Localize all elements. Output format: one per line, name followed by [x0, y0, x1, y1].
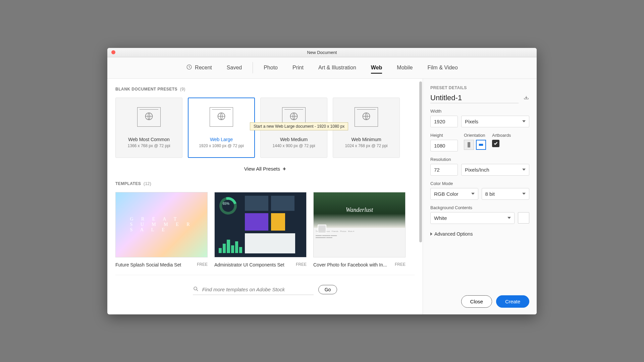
preset-name: Web Large	[210, 137, 233, 142]
template-grid: G R E A TS U M M E RS A L E Future Splas…	[115, 192, 415, 267]
bit-depth-select[interactable]: 8 bit	[482, 188, 530, 200]
chevron-down-icon	[507, 217, 511, 219]
preset-web-large[interactable]: Web Large 644 x 362 px @ 72 ppi	[188, 98, 255, 158]
create-button[interactable]: Create	[496, 295, 529, 308]
preset-tooltip: Start a new Web Large document - 1920 x …	[250, 122, 348, 130]
chevron-down-icon	[522, 169, 526, 171]
new-document-dialog: New Document Recent Saved Photo Print Ar…	[107, 48, 537, 314]
template-future-splash[interactable]: G R E A TS U M M E RS A L E Future Splas…	[115, 192, 208, 267]
height-label: Height	[430, 133, 458, 138]
tab-print[interactable]: Print	[285, 57, 311, 78]
search-field[interactable]	[193, 285, 314, 295]
template-admin-ui[interactable]: 65% Administrator UI Components Set FREE	[214, 192, 307, 267]
units-select[interactable]: Pixels	[461, 116, 529, 127]
search-row: Go	[115, 275, 415, 301]
globe-icon	[289, 112, 299, 122]
preset-details-panel: PRESET DETAILS Untitled-1 Width 1920 Pix…	[423, 79, 537, 314]
presets-heading: BLANK DOCUMENT PRESETS (9)	[115, 87, 415, 92]
preset-name: Web Most Common	[128, 137, 169, 142]
tab-recent-label: Recent	[195, 65, 212, 71]
template-thumbnail: Wanderlust Timeline About Friends Photos…	[313, 192, 406, 257]
width-label: Width	[430, 109, 529, 114]
artboards-label: Artboards	[492, 133, 511, 138]
template-name: Future Splash Social Media Set	[115, 262, 194, 267]
view-all-presets-button[interactable]: View All Presets +	[115, 166, 415, 172]
tab-web[interactable]: Web	[364, 57, 389, 78]
resolution-label: Resolution	[430, 157, 529, 162]
document-icon	[210, 107, 233, 127]
preset-name: Web Medium	[280, 137, 308, 142]
chevron-right-icon	[430, 232, 432, 236]
template-thumbnail: G R E A TS U M M E RS A L E	[115, 192, 208, 257]
artboards-checkbox[interactable]	[492, 140, 499, 147]
preset-dimensions: 644 x 362 px @ 72 ppi	[199, 143, 244, 148]
tab-photo[interactable]: Photo	[256, 57, 285, 78]
tab-saved[interactable]: Saved	[219, 57, 249, 78]
height-input[interactable]: 1080	[430, 140, 458, 152]
svg-point-5	[194, 287, 197, 290]
color-mode-label: Color Mode	[430, 181, 529, 186]
go-button[interactable]: Go	[318, 285, 337, 294]
orientation-label: Orientation	[464, 133, 486, 138]
preset-dimensions: 1024 x 768 px @ 72 ppi	[345, 143, 388, 148]
tab-divider	[253, 62, 253, 73]
save-preset-icon[interactable]	[523, 95, 529, 101]
color-mode-select[interactable]: RGB Color	[430, 188, 478, 200]
resolution-input[interactable]: 72	[430, 164, 458, 176]
tab-mobile[interactable]: Mobile	[389, 57, 420, 78]
search-icon	[193, 286, 199, 293]
clock-icon	[186, 64, 192, 71]
tab-recent[interactable]: Recent	[179, 57, 219, 78]
template-name: Cover Photo for Facebook with In...	[313, 262, 392, 267]
tab-film-video[interactable]: Film & Video	[420, 57, 465, 78]
resolution-units-select[interactable]: Pixels/Inch	[461, 164, 529, 176]
close-window-button[interactable]	[111, 50, 115, 54]
background-color-swatch[interactable]	[518, 212, 529, 224]
document-icon	[355, 107, 378, 127]
main-panel: BLANK DOCUMENT PRESETS (9) Web Most Comm…	[107, 79, 423, 314]
globe-icon	[144, 112, 154, 122]
template-badge: FREE	[197, 262, 208, 267]
template-fb-cover[interactable]: Wanderlust Timeline About Friends Photos…	[313, 192, 406, 267]
search-input[interactable]	[202, 287, 314, 292]
preset-name: Web Minimum	[351, 137, 381, 142]
template-badge: FREE	[395, 262, 406, 267]
template-badge: FREE	[296, 262, 307, 267]
chevron-down-icon	[522, 120, 526, 122]
template-thumbnail: 65%	[214, 192, 307, 257]
orientation-portrait-button[interactable]	[464, 140, 474, 150]
advanced-options-toggle[interactable]: Advanced Options	[430, 231, 529, 237]
background-label: Background Contents	[430, 205, 529, 210]
preset-dimensions: 1440 x 900 px @ 72 ppi	[273, 143, 315, 148]
document-icon	[137, 107, 161, 127]
category-tabs: Recent Saved Photo Print Art & Illustrat…	[107, 57, 537, 79]
titlebar: New Document	[107, 48, 537, 57]
preset-details-heading: PRESET DETAILS	[430, 85, 529, 90]
orientation-landscape-button[interactable]	[476, 140, 486, 150]
templates-heading: TEMPLATES (12)	[115, 181, 415, 186]
window-title: New Document	[107, 50, 537, 55]
svg-rect-6	[468, 142, 470, 147]
document-name-input[interactable]: Untitled-1	[430, 94, 519, 103]
chevron-down-icon	[471, 193, 475, 195]
scrollbar[interactable]	[419, 81, 422, 312]
preset-dimensions: 1366 x 768 px @ 72 ppi	[128, 143, 170, 148]
chevron-down-icon	[522, 193, 526, 195]
close-button[interactable]: Close	[461, 295, 492, 308]
background-select[interactable]: White	[430, 212, 515, 224]
width-input[interactable]: 1920	[430, 116, 458, 127]
preset-web-most-common[interactable]: Web Most Common 1366 x 768 px @ 72 ppi	[115, 98, 182, 158]
globe-icon	[362, 112, 371, 122]
plus-icon: +	[283, 166, 286, 172]
svg-rect-7	[479, 143, 483, 145]
globe-icon	[217, 112, 226, 122]
tab-art-illustration[interactable]: Art & Illustration	[311, 57, 364, 78]
template-name: Administrator UI Components Set	[214, 262, 293, 267]
